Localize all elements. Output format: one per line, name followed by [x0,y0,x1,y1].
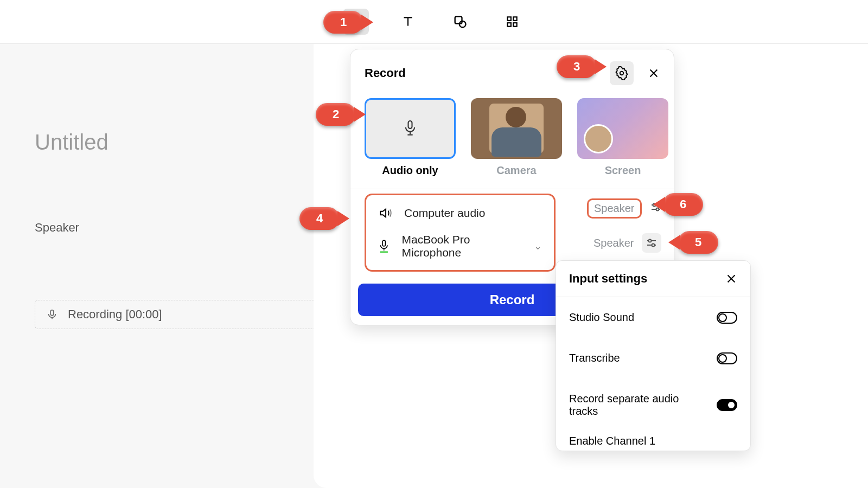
separate-tracks-label: Record separate audio tracks [569,393,694,418]
svg-rect-11 [382,240,385,246]
computer-audio-row[interactable]: Computer audio [373,200,547,227]
computer-audio-speaker-name[interactable]: Speaker [587,198,642,219]
microphone-row[interactable]: MacBook Pro Microphone ⌄ [373,227,547,266]
computer-audio-speaker-row: Speaker [587,198,662,219]
enable-channel-1-row: Enable Channel 1 [556,432,750,451]
audio-inputs-box: Computer audio MacBook Pro Microphone ⌄ [365,194,556,272]
input-settings-title: Input settings [569,272,647,286]
toolbar-grid-button[interactable] [499,9,525,35]
mode-audio-label: Audio only [382,164,438,177]
record-settings-button[interactable] [610,61,634,85]
microphone-adjust-button[interactable] [642,233,661,253]
mode-audio-only[interactable]: Audio only [365,98,456,177]
close-icon[interactable] [725,273,737,285]
svg-rect-3 [455,17,462,24]
separate-tracks-row: Record separate audio tracks [556,378,750,432]
microphone-speaker-row: Speaker [593,233,661,253]
text-icon [401,15,415,29]
shapes-icon [452,14,468,29]
studio-sound-row: Studio Sound [556,297,750,338]
enable-channel-1-label: Enable Channel 1 [569,435,655,447]
toolbar-shapes-button[interactable] [447,9,473,35]
mode-camera-thumb [471,98,562,159]
microphone-label: MacBook Pro Microphone [401,233,510,259]
top-toolbar [0,0,868,43]
callout-2: 2 [316,103,356,126]
mode-screen-label: Screen [605,164,641,177]
gear-icon [615,66,629,80]
record-popover-title: Record [365,66,406,80]
separate-tracks-toggle[interactable] [717,399,737,411]
svg-rect-10 [409,121,412,129]
transcribe-label: Transcribe [569,352,620,364]
sliders-icon [645,236,658,249]
recording-status-text: Recording [00:00] [68,307,162,322]
toolbar-text-button[interactable] [395,9,421,35]
svg-point-15 [652,244,654,247]
svg-rect-7 [507,23,511,26]
computer-audio-label: Computer audio [404,207,485,220]
callout-1: 1 [323,11,363,34]
mode-audio-thumb [365,98,456,159]
svg-point-9 [620,72,624,75]
grid-icon [505,15,519,29]
speaker-sound-icon [378,206,392,220]
mode-camera-label: Camera [496,164,536,177]
callout-4: 4 [299,207,340,230]
chevron-down-icon[interactable]: ⌄ [534,240,542,252]
callout-6: 6 [663,193,703,216]
mode-screen[interactable]: Screen [577,98,668,177]
transcribe-toggle[interactable] [717,352,737,364]
transcribe-row: Transcribe [556,338,750,378]
microphone-speaker-name[interactable]: Speaker [593,237,634,249]
toolbar-divider [0,43,868,44]
close-icon[interactable] [648,67,660,79]
mic-icon [403,119,418,138]
svg-rect-0 [50,310,54,316]
studio-sound-toggle[interactable] [717,312,737,324]
callout-3: 3 [557,55,597,78]
svg-rect-5 [507,17,511,20]
input-settings-panel: Input settings Studio Sound Transcribe R… [556,260,751,451]
mode-camera[interactable]: Camera [471,98,562,177]
mic-icon [46,309,58,320]
svg-rect-8 [513,23,517,26]
callout-5: 5 [678,231,718,254]
mic-icon [378,238,390,254]
svg-point-14 [648,240,651,242]
studio-sound-label: Studio Sound [569,311,634,324]
svg-rect-6 [513,17,517,20]
mode-screen-thumb [577,98,668,159]
